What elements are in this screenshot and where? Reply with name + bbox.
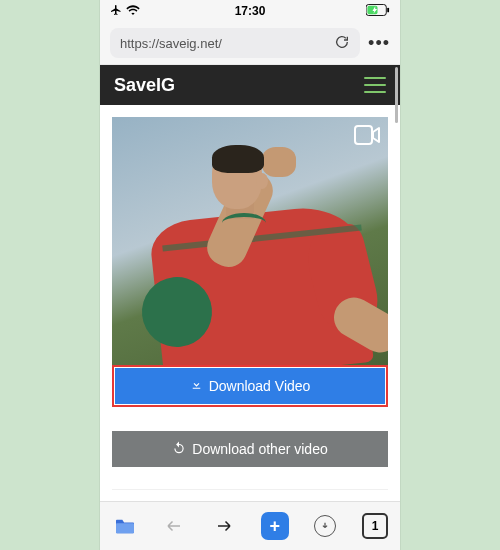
scrollbar[interactable] [395,67,398,123]
files-icon[interactable] [112,513,138,539]
hamburger-icon[interactable] [364,77,386,93]
download-highlight: Download Video [112,365,388,407]
back-icon[interactable] [161,513,187,539]
svg-rect-3 [355,126,372,144]
site-header: SaveIG [100,65,400,105]
media-card [112,117,388,365]
status-bar: 17:30 [100,0,400,22]
bottom-toolbar: + 1 [100,501,400,550]
battery-icon [366,4,390,19]
download-other-label: Download other video [192,441,327,457]
download-label: Download Video [209,378,311,394]
browser-bar: https://saveig.net/ ••• [100,22,400,65]
url-field[interactable]: https://saveig.net/ [110,28,360,58]
video-icon [354,125,380,145]
video-thumbnail[interactable] [112,117,388,365]
wifi-icon [126,4,140,18]
clock: 17:30 [100,4,400,18]
site-brand: SaveIG [114,75,175,96]
download-other-button[interactable]: Download other video [112,431,388,467]
more-icon[interactable]: ••• [368,33,390,54]
downloads-icon[interactable] [312,513,338,539]
page-content: SaveIG [100,65,400,501]
svg-rect-1 [387,7,389,12]
phone-frame: 17:30 https://saveig.net/ ••• SaveIG [100,0,400,550]
tabs-button[interactable]: 1 [362,513,388,539]
redo-icon [172,441,186,458]
tab-count: 1 [362,513,388,539]
download-icon [190,378,203,394]
download-video-button[interactable]: Download Video [115,368,385,404]
new-tab-button[interactable]: + [261,512,289,540]
divider [112,489,388,490]
url-text: https://saveig.net/ [120,36,222,51]
airplane-icon [110,4,122,19]
refresh-icon[interactable] [334,34,350,53]
forward-icon[interactable] [211,513,237,539]
